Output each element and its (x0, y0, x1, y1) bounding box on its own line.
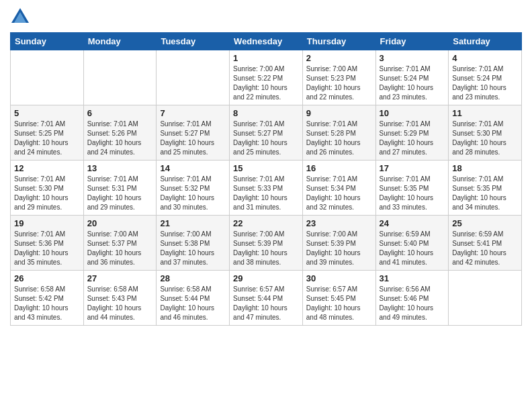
header (10, 7, 522, 27)
day-cell: 9Sunrise: 7:01 AM Sunset: 5:28 PM Daylig… (302, 105, 375, 161)
day-info: Sunrise: 6:58 AM Sunset: 5:44 PM Dayligh… (160, 285, 226, 322)
day-info: Sunrise: 7:00 AM Sunset: 5:23 PM Dayligh… (306, 64, 372, 102)
week-row-2: 5Sunrise: 7:01 AM Sunset: 5:25 PM Daylig… (11, 105, 522, 161)
day-cell: 17Sunrise: 7:01 AM Sunset: 5:35 PM Dayli… (375, 161, 449, 216)
day-number: 11 (452, 108, 518, 118)
week-row-1: 1Sunrise: 7:00 AM Sunset: 5:22 PM Daylig… (11, 50, 522, 105)
day-info: Sunrise: 6:58 AM Sunset: 5:43 PM Dayligh… (87, 285, 153, 322)
day-cell (449, 271, 522, 326)
day-info: Sunrise: 7:01 AM Sunset: 5:35 PM Dayligh… (452, 175, 518, 212)
day-number: 12 (14, 163, 80, 173)
weekday-sunday: Sunday (11, 33, 84, 50)
day-cell (83, 50, 157, 105)
day-info: Sunrise: 6:58 AM Sunset: 5:42 PM Dayligh… (14, 285, 80, 322)
day-number: 21 (160, 218, 226, 228)
day-number: 14 (160, 163, 226, 173)
day-cell: 12Sunrise: 7:01 AM Sunset: 5:30 PM Dayli… (11, 161, 84, 216)
day-info: Sunrise: 7:01 AM Sunset: 5:33 PM Dayligh… (233, 175, 299, 212)
day-info: Sunrise: 6:59 AM Sunset: 5:41 PM Dayligh… (452, 230, 518, 267)
day-cell: 14Sunrise: 7:01 AM Sunset: 5:32 PM Dayli… (157, 161, 230, 216)
day-info: Sunrise: 7:01 AM Sunset: 5:30 PM Dayligh… (14, 175, 80, 212)
day-cell: 31Sunrise: 6:56 AM Sunset: 5:46 PM Dayli… (375, 271, 449, 326)
day-cell: 15Sunrise: 7:01 AM Sunset: 5:33 PM Dayli… (230, 161, 303, 216)
day-number: 6 (87, 108, 153, 118)
day-number: 8 (233, 108, 299, 118)
weekday-tuesday: Tuesday (157, 33, 230, 50)
day-info: Sunrise: 7:01 AM Sunset: 5:29 PM Dayligh… (380, 120, 445, 157)
day-number: 27 (87, 273, 153, 283)
day-cell: 20Sunrise: 7:00 AM Sunset: 5:37 PM Dayli… (83, 216, 157, 271)
day-number: 3 (380, 53, 445, 63)
calendar-table: SundayMondayTuesdayWednesdayThursdayFrid… (10, 32, 522, 326)
day-number: 26 (14, 273, 80, 283)
day-info: Sunrise: 7:00 AM Sunset: 5:39 PM Dayligh… (233, 230, 299, 267)
day-cell (157, 50, 230, 105)
day-cell (11, 50, 84, 105)
day-cell: 25Sunrise: 6:59 AM Sunset: 5:41 PM Dayli… (449, 216, 522, 271)
day-number: 20 (87, 218, 153, 228)
day-cell: 3Sunrise: 7:01 AM Sunset: 5:24 PM Daylig… (375, 50, 449, 105)
day-number: 9 (306, 108, 372, 118)
day-cell: 10Sunrise: 7:01 AM Sunset: 5:29 PM Dayli… (375, 105, 449, 161)
day-info: Sunrise: 7:01 AM Sunset: 5:28 PM Dayligh… (306, 120, 372, 157)
day-info: Sunrise: 7:01 AM Sunset: 5:34 PM Dayligh… (306, 175, 372, 212)
week-row-4: 19Sunrise: 7:01 AM Sunset: 5:36 PM Dayli… (11, 216, 522, 271)
day-number: 2 (306, 53, 372, 63)
day-info: Sunrise: 7:01 AM Sunset: 5:25 PM Dayligh… (14, 120, 80, 157)
day-number: 23 (306, 218, 372, 228)
day-number: 13 (87, 163, 153, 173)
day-number: 28 (160, 273, 226, 283)
day-cell: 19Sunrise: 7:01 AM Sunset: 5:36 PM Dayli… (11, 216, 84, 271)
day-info: Sunrise: 7:01 AM Sunset: 5:24 PM Dayligh… (380, 64, 445, 102)
day-info: Sunrise: 7:00 AM Sunset: 5:22 PM Dayligh… (233, 64, 299, 102)
day-cell: 18Sunrise: 7:01 AM Sunset: 5:35 PM Dayli… (449, 161, 522, 216)
day-info: Sunrise: 7:01 AM Sunset: 5:32 PM Dayligh… (160, 175, 226, 212)
day-cell: 30Sunrise: 6:57 AM Sunset: 5:45 PM Dayli… (302, 271, 375, 326)
weekday-friday: Friday (375, 33, 449, 50)
day-cell: 6Sunrise: 7:01 AM Sunset: 5:26 PM Daylig… (83, 105, 157, 161)
day-number: 1 (233, 53, 299, 63)
day-cell: 4Sunrise: 7:01 AM Sunset: 5:24 PM Daylig… (449, 50, 522, 105)
day-info: Sunrise: 6:57 AM Sunset: 5:45 PM Dayligh… (306, 285, 372, 322)
day-cell: 7Sunrise: 7:01 AM Sunset: 5:27 PM Daylig… (157, 105, 230, 161)
weekday-header-row: SundayMondayTuesdayWednesdayThursdayFrid… (11, 33, 522, 50)
day-info: Sunrise: 7:01 AM Sunset: 5:30 PM Dayligh… (452, 120, 518, 157)
day-cell: 16Sunrise: 7:01 AM Sunset: 5:34 PM Dayli… (302, 161, 375, 216)
day-number: 16 (306, 163, 372, 173)
day-cell: 2Sunrise: 7:00 AM Sunset: 5:23 PM Daylig… (302, 50, 375, 105)
day-info: Sunrise: 7:01 AM Sunset: 5:26 PM Dayligh… (87, 120, 153, 157)
day-info: Sunrise: 7:00 AM Sunset: 5:37 PM Dayligh… (87, 230, 153, 267)
day-info: Sunrise: 6:59 AM Sunset: 5:40 PM Dayligh… (380, 230, 445, 267)
weekday-wednesday: Wednesday (230, 33, 303, 50)
week-row-3: 12Sunrise: 7:01 AM Sunset: 5:30 PM Dayli… (11, 161, 522, 216)
day-cell: 8Sunrise: 7:01 AM Sunset: 5:27 PM Daylig… (230, 105, 303, 161)
logo-icon (10, 7, 30, 27)
day-cell: 1Sunrise: 7:00 AM Sunset: 5:22 PM Daylig… (230, 50, 303, 105)
day-number: 10 (380, 108, 445, 118)
day-info: Sunrise: 7:01 AM Sunset: 5:27 PM Dayligh… (160, 120, 226, 157)
week-row-5: 26Sunrise: 6:58 AM Sunset: 5:42 PM Dayli… (11, 271, 522, 326)
day-info: Sunrise: 6:57 AM Sunset: 5:44 PM Dayligh… (233, 285, 299, 322)
day-info: Sunrise: 7:01 AM Sunset: 5:35 PM Dayligh… (380, 175, 445, 212)
weekday-saturday: Saturday (449, 33, 522, 50)
weekday-thursday: Thursday (302, 33, 375, 50)
day-number: 30 (306, 273, 372, 283)
day-number: 4 (452, 53, 518, 63)
day-number: 18 (452, 163, 518, 173)
day-info: Sunrise: 7:01 AM Sunset: 5:31 PM Dayligh… (87, 175, 153, 212)
page: SundayMondayTuesdayWednesdayThursdayFrid… (0, 0, 532, 411)
day-number: 29 (233, 273, 299, 283)
day-number: 5 (14, 108, 80, 118)
weekday-monday: Monday (83, 33, 157, 50)
day-info: Sunrise: 7:01 AM Sunset: 5:36 PM Dayligh… (14, 230, 80, 267)
day-number: 19 (14, 218, 80, 228)
day-info: Sunrise: 7:01 AM Sunset: 5:24 PM Dayligh… (452, 64, 518, 102)
day-cell: 24Sunrise: 6:59 AM Sunset: 5:40 PM Dayli… (375, 216, 449, 271)
day-info: Sunrise: 7:01 AM Sunset: 5:27 PM Dayligh… (233, 120, 299, 157)
day-number: 31 (380, 273, 445, 283)
day-cell: 29Sunrise: 6:57 AM Sunset: 5:44 PM Dayli… (230, 271, 303, 326)
day-number: 24 (380, 218, 445, 228)
day-cell: 21Sunrise: 7:00 AM Sunset: 5:38 PM Dayli… (157, 216, 230, 271)
day-info: Sunrise: 7:00 AM Sunset: 5:39 PM Dayligh… (306, 230, 372, 267)
day-cell: 22Sunrise: 7:00 AM Sunset: 5:39 PM Dayli… (230, 216, 303, 271)
